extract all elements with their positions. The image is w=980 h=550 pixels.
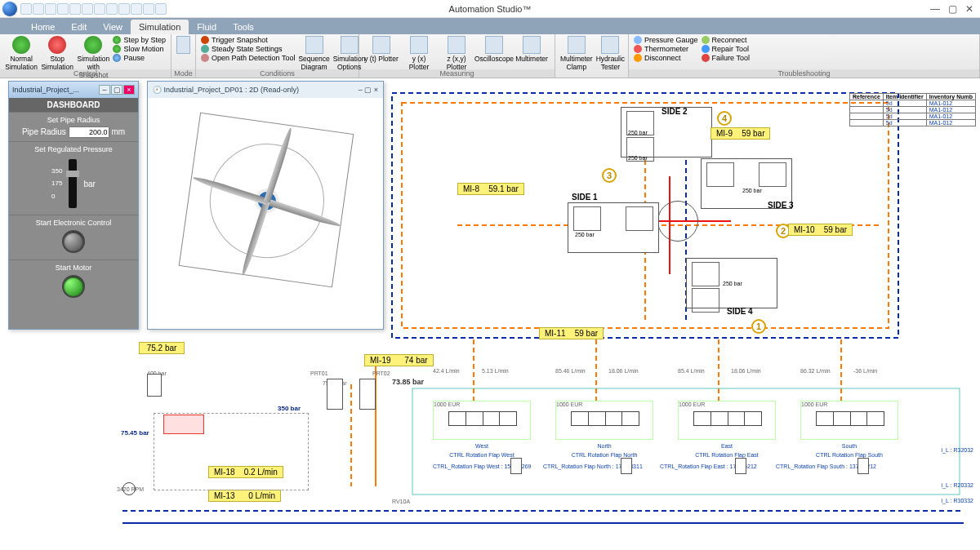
pressure-gauge-button[interactable]: Pressure Gauge [634,36,698,44]
prt01-valve [327,379,343,410]
tab-edit[interactable]: Edit [63,20,95,34]
mode-button[interactable] [176,36,190,54]
qat-btn[interactable] [118,3,130,15]
rlabel-2[interactable]: i_L : R20332 [942,482,973,488]
stop-simulation-button[interactable]: Stop Simulation [41,36,74,71]
slow-motion-button[interactable]: Slow Motion [113,45,166,53]
slider-scale: 3501750 [51,165,62,202]
pause-button[interactable]: Pause [113,54,166,62]
side1-box: 250 bar [568,202,659,253]
sequence-diagram-button[interactable]: Sequence Diagram [298,36,329,71]
qat-btn[interactable] [94,3,105,15]
qat-btn[interactable] [45,3,56,15]
reconnect-button[interactable]: Reconnect [702,36,750,44]
rlabel-1[interactable]: i_L : R32032 [942,447,973,453]
dashboard-header: DASHBOARD [9,98,138,112]
thermometer-button[interactable]: Thermometer [634,45,698,53]
pressure-7385: 73.85 bar [392,378,424,386]
group-label: Measuring [359,69,555,78]
repair-tool-button[interactable]: Repair Tool [702,45,750,53]
qat-btn[interactable] [20,3,32,15]
view3d-window[interactable]: 🕘 Industrial_Project_DP01 : 2D (Read-onl… [147,81,384,330]
child-max-button[interactable]: ▢ [364,86,372,94]
oscilloscope-button[interactable]: Oscilloscope [477,36,511,63]
start-ec-label: Start Electronic Control [12,219,135,227]
valve-block-red [163,415,204,434]
play-icon [113,45,121,53]
qat-btn[interactable] [57,3,69,15]
reference-table: ReferenceItem IdentifierInventory Numb 5… [849,93,976,126]
ribbon-group-measuring2: Multimeter Clamp Hydraulic Tester [555,34,629,78]
steady-state-button[interactable]: Steady State Settings [201,45,295,53]
snapshot-icon [201,36,209,44]
tab-simulation[interactable]: Simulation [131,20,189,34]
pressure-slider[interactable] [69,159,77,208]
open-path-button[interactable]: Open Path Detection Tool [201,54,295,62]
qat-btn[interactable] [69,3,81,15]
tab-fluid[interactable]: Fluid [189,20,225,34]
side3-label: SIDE 3 [768,201,794,210]
workspace[interactable]: 250 bar 250 bar SIDE 2 250 bar SIDE 1 25… [0,78,980,550]
qat-btn[interactable] [155,3,167,15]
multimeter-button[interactable]: Multimeter [514,36,549,63]
valve-east: 1000 EUR East CTRL Rotation Flap East [678,401,776,440]
hydraulic-tester-button[interactable]: Hydraulic Tester [596,36,625,71]
start-ec-button[interactable] [62,230,85,253]
dashboard-titlebar[interactable]: Industrial_Project_... –▢× [9,82,138,98]
filter-east [735,458,746,474]
marker-4: 4 [717,111,732,126]
normal-simulation-button[interactable]: Normal Simulation [5,36,38,71]
set-pressure-label: Set Regulated Pressure [12,145,135,153]
side4-box: 250 bar [686,258,777,308]
pressure-7545: 75.45 bar [121,429,149,437]
yt-plotter-button[interactable]: y (t) Plotter [364,36,399,63]
qat-btn[interactable] [33,3,44,15]
slider-handle[interactable] [66,171,79,177]
valve-south: 1000 EUR South CTRL Rotation Flap South [800,401,898,440]
child-close-button[interactable]: × [374,86,378,94]
multimeter-clamp-button[interactable]: Multimeter Clamp [560,36,593,71]
trigger-snapshot-button[interactable]: Trigger Snapshot [201,36,295,44]
iris-mechanism [179,113,354,288]
disconnect-button[interactable]: Disconnect [634,54,698,62]
start-motor-button[interactable] [62,275,85,298]
flow-a1: 42.4 L/min [433,368,460,374]
qat-btn[interactable] [82,3,93,15]
yx-plotter-button[interactable]: y (x) Plotter [402,36,436,71]
qat-btn[interactable] [106,3,118,15]
side1-label: SIDE 1 [572,193,598,202]
flow-c2: 18.06 L/min [731,368,761,374]
view3d-titlebar[interactable]: 🕘 Industrial_Project_DP01 : 2D (Read-onl… [148,82,383,98]
child-max-button[interactable]: ▢ [111,85,122,95]
dashboard-window[interactable]: Industrial_Project_... –▢× DASHBOARD Set… [8,81,139,330]
tab-view[interactable]: View [95,20,131,34]
ribbon-group-measuring: y (t) Plotter y (x) Plotter z (x,y) Plot… [359,34,555,78]
ribbon-group-troubleshooting: Pressure Gauge Thermometer Disconnect Re… [629,34,980,78]
relief-valve [147,374,162,397]
options-icon [341,36,359,54]
tab-home[interactable]: Home [23,20,63,34]
valve-west: 1000 EUR West CTRL Rotation Flap West [433,401,531,440]
pipe-radius-input[interactable] [69,126,109,138]
filter-north [621,458,632,474]
failure-tool-button[interactable]: Failure Tool [702,54,750,62]
maximize-button[interactable]: ▢ [948,3,957,15]
step-by-step-button[interactable]: Step by Step [113,36,166,44]
qat-btn[interactable] [131,3,142,15]
pressure-350: 350 bar [278,405,301,412]
minimize-button[interactable]: — [930,3,940,15]
failure-icon [702,54,710,62]
qat-btn[interactable] [143,3,154,15]
view3d-canvas[interactable] [148,98,383,329]
tab-tools[interactable]: Tools [225,20,262,34]
zxy-plotter-button[interactable]: z (x,y) Plotter [439,36,474,71]
dashboard-title: Industrial_Project_... [12,86,79,94]
app-orb-icon[interactable] [2,2,17,16]
rlabel-3[interactable]: i_L : R30332 [942,498,973,503]
close-button[interactable]: ✕ [965,3,973,15]
child-close-button[interactable]: × [123,85,135,95]
child-min-button[interactable]: – [359,86,363,94]
sequence-icon [305,36,323,54]
flow-a2: 5.13 L/min [482,368,509,374]
child-min-button[interactable]: – [99,85,110,95]
